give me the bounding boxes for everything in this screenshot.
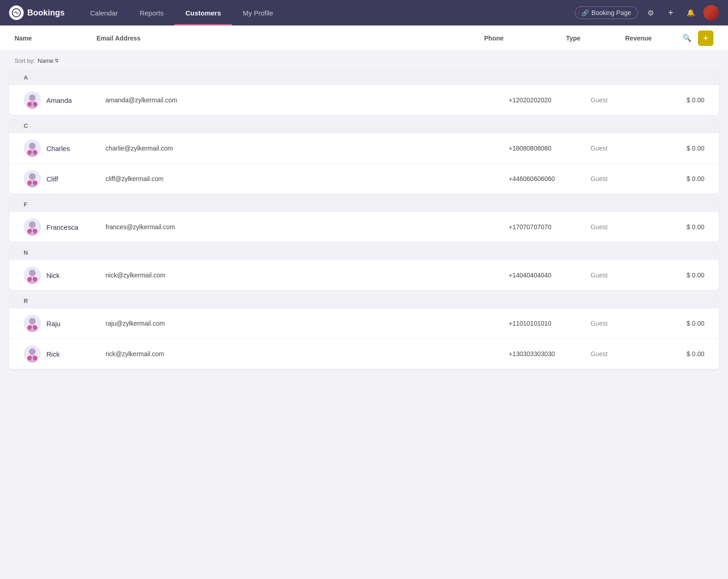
svg-point-48 [27, 356, 32, 360]
customer-type: Guest [591, 320, 650, 327]
header-actions: 🔍 + [680, 30, 713, 46]
table-header: Name Email Address Phone Type Revenue 🔍 … [0, 25, 728, 51]
customer-avatar [24, 170, 41, 187]
customer-phone: +12020202020 [509, 96, 591, 104]
add-button[interactable]: + [663, 5, 678, 20]
svg-point-6 [27, 102, 32, 106]
nav-links: Calendar Reports Customers My Profile [79, 0, 575, 25]
customer-phone: +17070707070 [509, 223, 591, 231]
customer-avatar [24, 91, 41, 109]
customer-name: Rick [46, 350, 60, 358]
table-row[interactable]: Amanda amanda@zylkermail.com +1202020202… [9, 85, 719, 115]
svg-point-46 [29, 348, 35, 355]
column-name-header: Name [15, 35, 96, 42]
customer-email: charlie@zylkermail.com [106, 145, 509, 152]
customer-avatar [24, 267, 41, 284]
booking-page-icon: 🔗 [581, 10, 589, 16]
svg-point-18 [29, 173, 35, 180]
customer-revenue: $ 0.00 [650, 350, 704, 357]
add-customer-button[interactable]: + [698, 30, 713, 46]
customer-name: Charles [46, 145, 70, 152]
group-section-a: A Amanda amanda@zylkermail.com +12020202… [9, 70, 719, 115]
customer-phone: +446060606060 [509, 175, 591, 182]
svg-point-42 [33, 325, 37, 330]
customer-type: Guest [591, 223, 650, 231]
customer-email: amanda@zylkermail.com [106, 96, 509, 104]
customer-type: Guest [591, 272, 650, 279]
gear-icon: ⚙ [647, 9, 654, 17]
customer-name-cell: Charles [24, 140, 106, 157]
customer-name: Raju [46, 320, 61, 327]
customer-email: cliff@zylkermail.com [106, 175, 509, 182]
svg-point-41 [27, 325, 32, 330]
svg-point-32 [29, 270, 35, 276]
plus-icon: + [668, 8, 673, 18]
avatar[interactable] [703, 5, 719, 20]
notifications-button[interactable]: 🔔 [683, 5, 698, 20]
customer-name: Amanda [46, 96, 72, 104]
column-type-header: Type [566, 35, 625, 42]
svg-point-28 [33, 229, 37, 233]
svg-point-35 [33, 277, 37, 282]
group-section-n: N Nick nick@zylkermail.com +14040404040 … [9, 246, 719, 290]
table-row[interactable]: Raju raju@zylkermail.com +11010101010 Gu… [9, 308, 719, 338]
add-icon: + [703, 32, 709, 44]
customer-avatar [24, 345, 41, 363]
customer-revenue: $ 0.00 [650, 145, 704, 152]
brand-logo[interactable]: Bookings [9, 5, 65, 20]
table-row[interactable]: Rick rick@zylkermail.com +130303303030 G… [9, 338, 719, 369]
nav-item-calendar[interactable]: Calendar [79, 0, 129, 25]
svg-point-11 [29, 143, 35, 149]
customers-content: A Amanda amanda@zylkermail.com +12020202… [0, 70, 728, 391]
customer-name-cell: Francesca [24, 218, 106, 236]
group-label-r: R [9, 294, 719, 308]
customer-avatar [24, 218, 41, 236]
nav-item-reports[interactable]: Reports [129, 0, 175, 25]
search-button[interactable]: 🔍 [680, 31, 694, 45]
table-row[interactable]: Francesca frances@zylkermail.com +170707… [9, 211, 719, 242]
customer-name-cell: Nick [24, 267, 106, 284]
nav-right: 🔗 Booking Page ⚙ + 🔔 [575, 5, 719, 20]
customer-phone: +11010101010 [509, 320, 591, 327]
customer-email: raju@zylkermail.com [106, 320, 509, 327]
svg-point-20 [27, 181, 32, 185]
customer-revenue: $ 0.00 [650, 96, 704, 104]
table-row[interactable]: Nick nick@zylkermail.com +14040404040 Gu… [9, 260, 719, 290]
customer-name-cell: Rick [24, 345, 106, 363]
table-row[interactable]: Charles charlie@zylkermail.com +18080808… [9, 133, 719, 163]
svg-point-27 [27, 229, 32, 233]
table-row[interactable]: Cliff cliff@zylkermail.com +446060606060… [9, 163, 719, 194]
customer-name-cell: Amanda [24, 91, 106, 109]
customer-type: Guest [591, 145, 650, 152]
customer-revenue: $ 0.00 [650, 320, 704, 327]
settings-button[interactable]: ⚙ [643, 5, 658, 20]
customer-avatar [24, 140, 41, 157]
customer-name: Nick [46, 272, 60, 279]
group-label-n: N [9, 246, 719, 260]
nav-item-my-profile[interactable]: My Profile [232, 0, 284, 25]
sort-arrow-icon: ⇅ [55, 58, 59, 64]
customer-avatar [24, 315, 41, 332]
booking-page-button[interactable]: 🔗 Booking Page [575, 6, 638, 19]
customer-email: frances@zylkermail.com [106, 223, 509, 231]
svg-point-14 [33, 150, 37, 155]
svg-point-7 [33, 102, 37, 106]
customer-email: nick@zylkermail.com [106, 272, 509, 279]
group-label-f: F [9, 197, 719, 211]
group-label-a: A [9, 70, 719, 85]
column-revenue-header: Revenue [625, 35, 680, 42]
sort-bar: Sort by: Name ⇅ [0, 51, 728, 70]
svg-point-21 [33, 181, 37, 185]
customer-type: Guest [591, 96, 650, 104]
nav-item-customers[interactable]: Customers [174, 0, 232, 25]
search-icon: 🔍 [682, 34, 692, 42]
customer-phone: +18080808080 [509, 145, 591, 152]
group-section-r: R Raju raju@zylkermail.com +11010101010 … [9, 294, 719, 369]
svg-point-49 [33, 356, 37, 360]
svg-point-34 [27, 277, 32, 282]
bell-icon: 🔔 [687, 9, 695, 17]
sort-value[interactable]: Name ⇅ [38, 57, 59, 64]
customer-phone: +130303303030 [509, 350, 591, 357]
group-label-c: C [9, 119, 719, 133]
customer-name: Francesca [46, 223, 78, 231]
